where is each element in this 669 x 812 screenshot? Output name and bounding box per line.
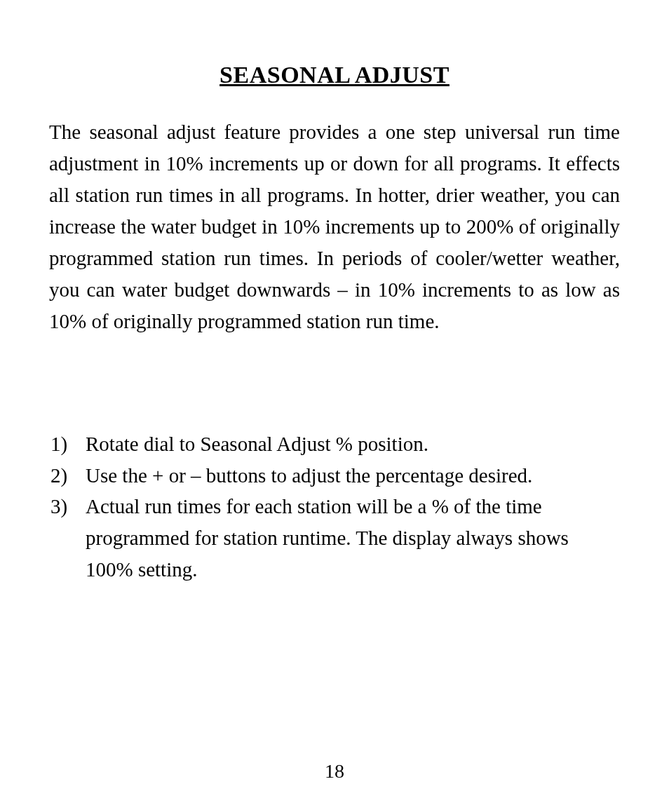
page-title: SEASONAL ADJUST — [49, 62, 620, 88]
page-number: 18 — [0, 760, 669, 783]
instructions-list: 1) Rotate dial to Seasonal Adjust % posi… — [49, 428, 620, 586]
list-item-number: 3) — [50, 491, 86, 522]
list-item-number: 2) — [50, 460, 86, 492]
list-item: 2) Use the + or – buttons to adjust the … — [50, 460, 620, 492]
list-item-number: 1) — [50, 428, 86, 460]
body-paragraph: The seasonal adjust feature provides a o… — [49, 116, 620, 337]
list-item-text: Rotate dial to Seasonal Adjust % positio… — [86, 428, 620, 460]
list-item-text: Actual run times for each station will b… — [86, 491, 620, 586]
list-item: 3) Actual run times for each station wil… — [50, 491, 620, 586]
list-item: 1) Rotate dial to Seasonal Adjust % posi… — [50, 428, 620, 460]
list-item-text: Use the + or – buttons to adjust the per… — [86, 460, 620, 492]
